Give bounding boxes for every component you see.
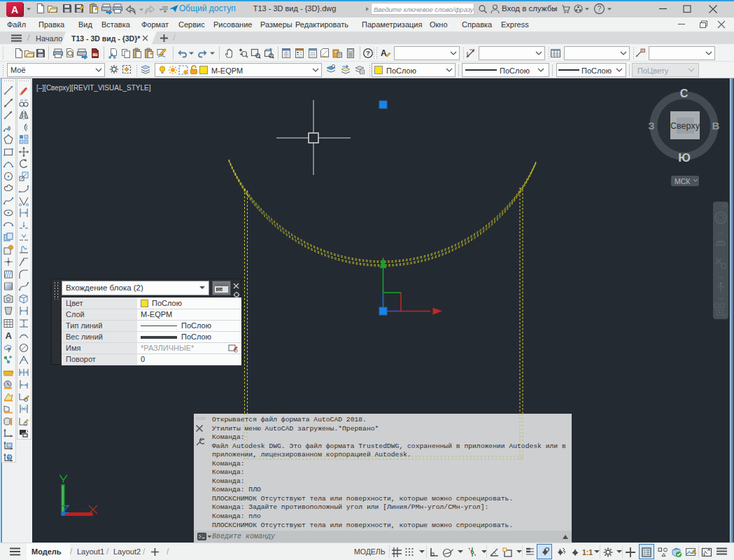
svg-text:A: A xyxy=(11,4,18,15)
svg-text:Сверху: Сверху xyxy=(670,121,700,131)
svg-text:МСК: МСК xyxy=(675,177,691,186)
svg-text:?: ? xyxy=(598,5,602,13)
svg-text:DWF: DWF xyxy=(93,53,99,56)
svg-text:!: ! xyxy=(693,550,694,554)
svg-text:[–][Сверху][REVIT_VISUAL_STYLE: [–][Сверху][REVIT_VISUAL_STYLE] xyxy=(36,84,151,92)
svg-text:CUI: CUI xyxy=(217,288,223,292)
svg-text:Ю: Ю xyxy=(678,151,691,164)
svg-text:A: A xyxy=(381,48,387,58)
svg-text:В: В xyxy=(712,120,720,132)
svg-text:?: ? xyxy=(7,346,11,354)
svg-text:?: ? xyxy=(366,49,370,57)
svg-text:З: З xyxy=(648,120,654,132)
svg-text:A: A xyxy=(6,330,13,341)
svg-text:С: С xyxy=(680,88,689,99)
